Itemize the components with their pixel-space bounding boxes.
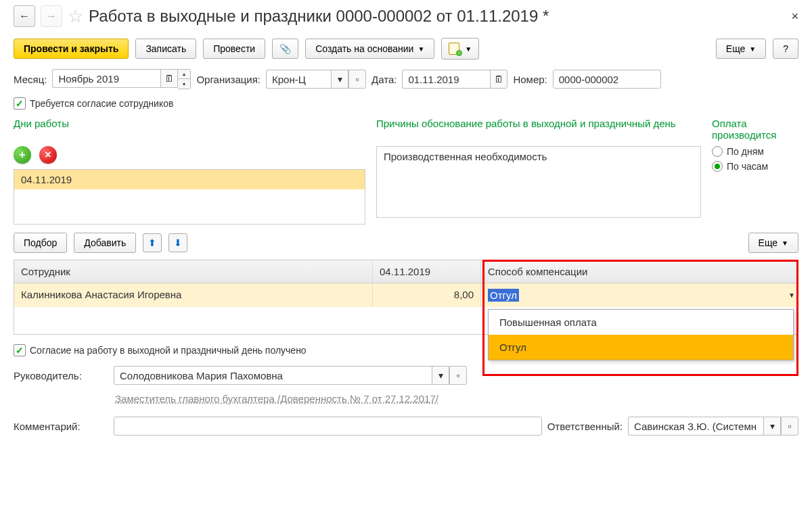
table-toolbar: Подбор Добавить ⬆ ⬇ Еще▼ <box>14 233 798 253</box>
date-label: Дата: <box>371 74 397 85</box>
employees-table: Сотрудник 04.11.2019 Способ компенсации … <box>14 260 798 335</box>
consent-obtained-checkbox[interactable]: ✓ <box>14 344 26 356</box>
pick-button[interactable]: Подбор <box>14 233 67 253</box>
table-header: Сотрудник 04.11.2019 Способ компенсации <box>14 260 798 283</box>
calendar-icon[interactable]: 🗓 <box>490 70 508 89</box>
calendar-icon[interactable]: 🗓 <box>160 69 178 88</box>
consent-required-label: Требуется согласие сотрудников <box>30 98 173 109</box>
col-date[interactable]: 04.11.2019 <box>373 260 481 283</box>
day-row[interactable]: 04.11.2019 <box>14 170 365 189</box>
manager-label: Руководитель: <box>14 370 108 381</box>
month-input[interactable]: Ноябрь 2019 <box>52 69 160 88</box>
cell-compensation[interactable]: Отгул ▼ <box>481 283 798 307</box>
caret-down-icon: ▼ <box>749 45 756 53</box>
dropdown-option-day-off[interactable]: Отгул <box>489 335 793 360</box>
form-header-row: Месяц: Ноябрь 2019 🗓 ▴ ▾ Организация: Кр… <box>14 69 798 89</box>
nav-forward-button[interactable]: → <box>41 5 62 27</box>
table-more-button[interactable]: Еще▼ <box>748 233 798 253</box>
page-title: Работа в выходные и праздники 0000-00000… <box>89 7 549 26</box>
remove-day-button[interactable]: × <box>39 146 57 164</box>
pay-by-hours-row[interactable]: По часам <box>712 161 798 172</box>
responsible-label: Ответственный: <box>547 421 623 432</box>
dropdown-option-increased-pay[interactable]: Повышенная оплата <box>489 310 793 335</box>
org-input[interactable]: Крон-Ц <box>266 70 331 89</box>
compensation-dropdown: Повышенная оплата Отгул <box>488 309 794 360</box>
manager-position-link[interactable]: Заместитель главного бухгалтера /Доверен… <box>115 393 798 404</box>
number-label: Номер: <box>513 74 547 85</box>
responsible-open-button[interactable]: ▫ <box>781 417 798 436</box>
save-button[interactable]: Записать <box>135 39 196 59</box>
comment-label: Комментарий: <box>14 421 108 432</box>
attachment-button[interactable]: 📎 <box>272 39 298 59</box>
month-label: Месяц: <box>14 74 47 85</box>
consent-required-row: ✓ Требуется согласие сотрудников <box>14 97 798 110</box>
date-input[interactable]: 01.11.2019 <box>402 70 490 89</box>
add-day-button[interactable]: + <box>14 146 31 164</box>
manager-input[interactable]: Солодовникова Мария Пахомовна <box>114 366 432 385</box>
favorite-star-icon[interactable]: ☆ <box>68 6 83 27</box>
cell-employee[interactable]: Калинникова Анастасия Игоревна <box>14 283 373 307</box>
col-compensation[interactable]: Способ компенсации <box>481 260 798 283</box>
org-label: Организация: <box>196 74 261 85</box>
month-down-button[interactable]: ▾ <box>178 79 190 89</box>
caret-down-icon: ▼ <box>418 45 424 53</box>
radio-by-days[interactable] <box>712 146 723 157</box>
consent-required-checkbox[interactable]: ✓ <box>14 97 26 110</box>
create-based-button[interactable]: Создать на основании▼ <box>305 39 434 59</box>
post-button[interactable]: Провести <box>203 39 265 59</box>
doc-action-button[interactable]: ▼ <box>441 38 479 60</box>
submit-close-button[interactable]: Провести и закрыть <box>14 39 129 59</box>
responsible-dropdown-button[interactable]: ▾ <box>763 417 781 436</box>
add-row-button[interactable]: Добавить <box>74 233 136 253</box>
compensation-dropdown-toggle[interactable]: ▼ <box>788 291 795 299</box>
comment-input[interactable] <box>114 417 542 436</box>
responsible-input[interactable]: Савинская З.Ю. (Системн <box>628 417 763 436</box>
footer-row: Комментарий: Ответственный: Савинская З.… <box>14 417 798 436</box>
reason-textarea[interactable]: Производственная необходимость <box>376 146 701 218</box>
days-section-title: Дни работы <box>14 118 365 142</box>
cell-hours[interactable]: 8,00 <box>373 283 481 307</box>
reason-section-title: Причины обоснование работы в выходной и … <box>376 118 701 142</box>
radio-by-hours[interactable] <box>712 161 723 172</box>
help-button[interactable]: ? <box>773 39 798 59</box>
move-up-button[interactable]: ⬆ <box>143 233 162 252</box>
paperclip-icon: 📎 <box>279 43 291 54</box>
move-down-button[interactable]: ⬇ <box>168 233 187 252</box>
days-list[interactable]: 04.11.2019 <box>14 169 365 225</box>
table-row[interactable]: Калинникова Анастасия Игоревна 8,00 Отгу… <box>14 283 798 307</box>
manager-open-button[interactable]: ▫ <box>449 366 467 385</box>
close-icon[interactable]: × <box>791 9 798 24</box>
caret-down-icon: ▼ <box>465 45 472 53</box>
manager-row: Руководитель: Солодовникова Мария Пахомо… <box>14 366 798 385</box>
nav-back-button[interactable]: ← <box>14 5 35 27</box>
consent-obtained-label: Согласие на работу в выходной и празднич… <box>30 345 307 356</box>
org-dropdown-button[interactable]: ▾ <box>331 70 348 89</box>
org-open-button[interactable]: ▫ <box>348 70 366 89</box>
document-plus-icon <box>449 43 461 55</box>
title-bar: ← → ☆ Работа в выходные и праздники 0000… <box>14 5 798 27</box>
month-up-button[interactable]: ▴ <box>178 70 190 79</box>
more-button[interactable]: Еще▼ <box>716 39 766 59</box>
pay-section-title: Оплата производится <box>712 118 798 142</box>
manager-dropdown-button[interactable]: ▾ <box>432 366 449 385</box>
number-input[interactable]: 0000-000002 <box>553 70 661 89</box>
col-employee[interactable]: Сотрудник <box>14 260 373 283</box>
pay-by-days-row[interactable]: По дням <box>712 146 798 157</box>
main-toolbar: Провести и закрыть Записать Провести 📎 С… <box>14 38 798 60</box>
